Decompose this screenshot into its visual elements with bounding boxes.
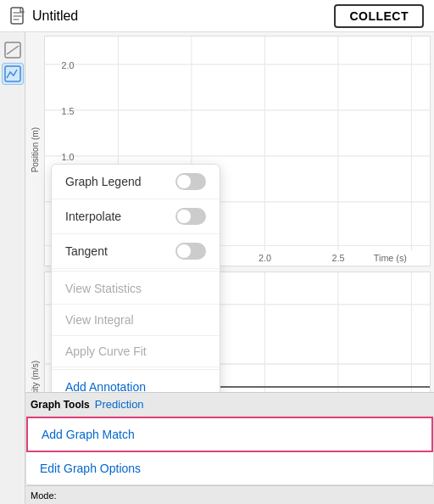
- prediction-label[interactable]: Prediction: [95, 398, 144, 411]
- document-icon: [10, 7, 25, 25]
- graph-tool-button-bottom[interactable]: [2, 63, 24, 85]
- tangent-label: Tangent: [65, 244, 108, 258]
- header-left: Untitled: [10, 7, 78, 25]
- menu-divider-1: [52, 271, 220, 272]
- svg-text:Time (s): Time (s): [374, 253, 407, 263]
- svg-text:2.0: 2.0: [62, 59, 75, 70]
- context-menu: Graph Legend Interpolate Tangent: [51, 164, 220, 403]
- add-graph-match-label: Add Graph Match: [42, 428, 135, 441]
- interpolate-toggle[interactable]: [175, 208, 206, 225]
- view-statistics-label: View Statistics: [65, 282, 142, 295]
- menu-item-graph-legend[interactable]: Graph Legend: [52, 165, 220, 199]
- mode-bar: Mode:: [25, 485, 434, 504]
- main-area: Position (m) 2.0: [0, 32, 434, 504]
- graph-active-icon: [4, 65, 21, 82]
- menu-item-tangent[interactable]: Tangent: [52, 234, 220, 269]
- menu-item-view-integral[interactable]: View Integral: [52, 305, 220, 336]
- view-integral-label: View Integral: [65, 313, 134, 327]
- tangent-toggle[interactable]: [175, 243, 206, 260]
- svg-text:1.5: 1.5: [62, 105, 75, 115]
- menu-item-apply-curve-fit[interactable]: Apply Curve Fit: [52, 336, 220, 367]
- graph-tool-button-top[interactable]: [2, 39, 24, 61]
- graph-tools-bar: Graph Tools Prediction: [25, 392, 434, 416]
- sidebar-tools: [0, 36, 25, 88]
- collect-button[interactable]: COLLECT: [334, 4, 424, 28]
- graph-tools-menu: Add Graph Match Edit Graph Options: [25, 416, 434, 485]
- top-y-axis-label: Position (m): [31, 127, 40, 172]
- edit-graph-options-label: Edit Graph Options: [40, 462, 141, 475]
- header: Untitled COLLECT: [0, 0, 434, 32]
- svg-text:2.5: 2.5: [331, 253, 344, 263]
- apply-curve-fit-label: Apply Curve Fit: [65, 344, 147, 358]
- graph-icon: [4, 42, 21, 59]
- menu-item-interpolate[interactable]: Interpolate: [52, 199, 220, 234]
- svg-text:1.0: 1.0: [62, 151, 75, 161]
- app-title: Untitled: [32, 8, 78, 24]
- mode-label: Mode:: [31, 490, 57, 501]
- menu-divider-2: [52, 369, 220, 370]
- add-graph-match-item[interactable]: Add Graph Match: [26, 417, 433, 452]
- edit-graph-options-item[interactable]: Edit Graph Options: [26, 452, 433, 484]
- svg-line-2: [7, 46, 19, 54]
- svg-text:2.0: 2.0: [259, 253, 271, 263]
- sidebar: [0, 32, 25, 504]
- menu-item-view-statistics[interactable]: View Statistics: [52, 273, 220, 305]
- graph-tools-label: Graph Tools: [31, 399, 90, 411]
- interpolate-label: Interpolate: [65, 210, 121, 223]
- graph-legend-label: Graph Legend: [65, 175, 142, 188]
- graph-legend-toggle[interactable]: [175, 173, 206, 190]
